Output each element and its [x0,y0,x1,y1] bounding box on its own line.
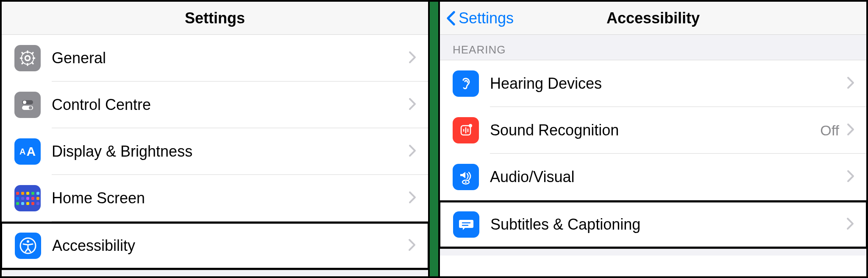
sound-icon [453,117,479,143]
audio-visual-icon [453,164,479,190]
accessibility-list: Hearing Devices Sound Recognition [440,60,866,276]
settings-title: Settings [185,9,245,27]
row-audio-visual[interactable]: Audio/Visual [440,154,866,200]
accessibility-panel: Settings Accessibility HEARING Hearing D… [438,0,868,278]
aa-icon: AA [14,138,41,165]
toggles-icon [14,92,41,118]
back-button[interactable]: Settings [446,2,514,34]
svg-point-3 [23,101,26,104]
row-label: Audio/Visual [490,168,847,186]
svg-point-5 [29,106,32,110]
row-label: Subtitles & Captioning [490,216,846,233]
chevron-right-icon [847,170,854,184]
row-hearing-devices[interactable]: Hearing Devices [440,60,866,107]
row-label: Display & Brightness [52,143,409,160]
settings-panel: Settings General [0,0,430,278]
row-label: Accessibility [52,237,408,255]
row-general[interactable]: General [2,35,428,81]
panel-divider [430,0,438,278]
chevron-right-icon [409,144,416,159]
row-label: Home Screen [52,189,409,207]
row-home-screen[interactable]: Home Screen [2,175,428,222]
chevron-right-icon [847,123,854,138]
row-accessibility[interactable]: Accessibility [0,222,430,270]
chevron-right-icon [846,217,854,232]
row-label: Sound Recognition [490,121,820,139]
chevron-right-icon [409,191,416,205]
settings-navbar: Settings [2,2,428,35]
bottom-strip [2,270,428,277]
chevron-right-icon [409,98,416,112]
accessibility-title: Accessibility [606,9,700,27]
settings-list: General Control Centre [2,35,428,277]
svg-point-14 [465,181,467,183]
row-display-brightness[interactable]: AA Display & Brightness [2,128,428,175]
chevron-right-icon [847,76,854,91]
bottom-strip [440,249,866,256]
row-label: Hearing Devices [490,75,847,93]
home-grid-icon [14,185,41,211]
accessibility-navbar: Settings Accessibility [440,2,866,35]
section-hearing: HEARING [440,35,866,60]
chevron-right-icon [409,51,416,65]
row-label: Control Centre [52,96,409,114]
svg-point-7 [27,240,29,243]
ear-icon [453,70,479,97]
row-control-centre[interactable]: Control Centre [2,81,428,128]
chevron-right-icon [408,239,416,253]
row-value: Off [820,122,839,139]
row-subtitles-captioning[interactable]: Subtitles & Captioning [438,200,868,249]
row-sound-recognition[interactable]: Sound Recognition Off [440,107,866,154]
row-label: General [52,49,409,67]
svg-point-12 [469,124,472,127]
gear-icon [14,45,41,71]
back-label: Settings [459,9,514,27]
accessibility-icon [15,233,41,259]
svg-point-0 [25,56,30,60]
svg-point-1 [22,52,34,65]
subtitles-icon [453,211,479,238]
